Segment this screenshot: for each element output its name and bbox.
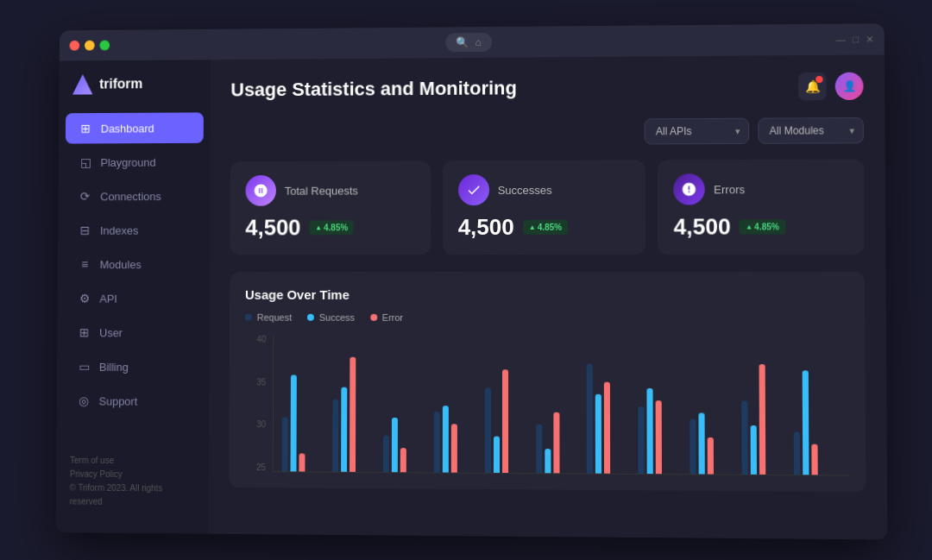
sidebar-item-support[interactable]: ◎ Support — [64, 385, 203, 416]
chart-title: Usage Over Time — [245, 286, 849, 301]
request-bar — [587, 363, 593, 473]
bar-group — [536, 412, 582, 473]
requests-icon — [245, 175, 276, 206]
sidebar-item-indexes[interactable]: ⊟ Indexes — [65, 214, 203, 245]
success-legend-dot — [307, 313, 314, 320]
indexes-icon: ⊟ — [79, 223, 92, 236]
stats-row: Total Requests 4,500 4.85% S — [230, 159, 865, 255]
content-header: Usage Statistics and Monitoring 🔔 👤 — [230, 72, 863, 104]
app-window: 🔍 ⌂ — □ ✕ triform ⊞ Dashboard ◱ Playgrou… — [56, 23, 888, 539]
minimize-icon[interactable]: — — [836, 34, 846, 44]
success-icon — [458, 174, 489, 205]
request-bar — [639, 406, 645, 474]
sidebar-item-user[interactable]: ⊞ User — [64, 317, 203, 348]
notification-dot — [816, 76, 822, 83]
avatar[interactable]: 👤 — [835, 72, 864, 99]
success-bar — [545, 449, 551, 473]
user-icon: ⊞ — [78, 325, 91, 339]
bar-group — [587, 363, 633, 473]
main-content: Usage Statistics and Monitoring 🔔 👤 All … — [208, 54, 887, 539]
close-button[interactable] — [70, 40, 80, 50]
bar-group — [282, 374, 328, 471]
app-container: triform ⊞ Dashboard ◱ Playground ⟳ Conne… — [56, 54, 888, 539]
titlebar-right: — □ ✕ — [836, 33, 874, 44]
success-bar — [647, 387, 653, 473]
api-filter[interactable]: All APIs API v1 API v2 — [645, 117, 750, 144]
bar-group — [639, 387, 685, 473]
modules-filter[interactable]: All Modules Module A Module B — [758, 117, 864, 144]
success-bar — [699, 412, 705, 474]
restore-icon[interactable]: □ — [853, 34, 859, 44]
success-bar — [595, 393, 601, 473]
requests-value-row: 4,500 4.85% — [245, 214, 415, 241]
close-icon[interactable]: ✕ — [866, 33, 873, 44]
playground-icon: ◱ — [79, 155, 92, 169]
support-icon: ◎ — [77, 393, 91, 407]
legend-request: Request — [245, 311, 292, 322]
home-icon: ⌂ — [475, 36, 482, 48]
address-bar[interactable]: 🔍 ⌂ — [445, 32, 492, 51]
requests-label: Total Requests — [285, 184, 358, 197]
stat-card-header: Total Requests — [245, 174, 415, 205]
error-bar — [759, 364, 766, 475]
copyright-text: © Triform 2023. All rights reserved — [70, 481, 195, 509]
api-icon: ⚙ — [78, 291, 91, 305]
request-bar — [741, 400, 747, 474]
chart-section: Usage Over Time Request Success Error — [229, 271, 866, 491]
stat-card-total-requests: Total Requests 4,500 4.85% — [230, 160, 431, 255]
sidebar-footer: Term of use Privacy Policy © Triform 202… — [56, 443, 209, 519]
modules-icon: ≡ — [78, 257, 91, 271]
request-bar — [434, 412, 440, 472]
sidebar-item-connections[interactable]: ⟳ Connections — [65, 180, 203, 211]
sidebar-item-label: Support — [99, 394, 138, 407]
y-axis: 40 35 30 25 — [244, 334, 266, 472]
y-label-30: 30 — [244, 419, 266, 429]
bar-group — [793, 370, 841, 475]
sidebar-item-dashboard[interactable]: ⊞ Dashboard — [66, 112, 204, 143]
success-bar — [494, 436, 500, 472]
billing-icon: ▭ — [77, 359, 91, 373]
y-label-35: 35 — [245, 376, 267, 386]
error-bar — [299, 453, 305, 471]
sidebar-item-label: API — [99, 292, 117, 305]
requests-badge: 4.85% — [309, 220, 354, 235]
sidebar-item-label: Indexes — [100, 223, 139, 236]
successes-badge: 4.85% — [523, 219, 568, 234]
sidebar-item-api[interactable]: ⚙ API — [64, 282, 203, 313]
sidebar-item-billing[interactable]: ▭ Billing — [64, 350, 203, 381]
chart-container: 40 35 30 25 — [244, 334, 850, 475]
chart-bars — [273, 334, 850, 475]
term-of-use-link[interactable]: Term of use — [70, 453, 195, 468]
sidebar-item-label: Dashboard — [101, 121, 154, 134]
y-label-40: 40 — [245, 334, 267, 343]
avatar-initials: 👤 — [842, 79, 855, 91]
successes-label: Successes — [498, 183, 552, 196]
request-bar — [536, 424, 542, 472]
sidebar-item-modules[interactable]: ≡ Modules — [65, 249, 203, 280]
request-legend-label: Request — [257, 311, 293, 322]
legend-error: Error — [370, 311, 403, 322]
sidebar-item-playground[interactable]: ◱ Playground — [66, 146, 204, 177]
bar-group — [485, 369, 531, 473]
error-legend-label: Error — [382, 311, 403, 322]
request-bar — [485, 387, 491, 473]
modules-filter-wrapper: All Modules Module A Module B — [758, 117, 864, 144]
maximize-button[interactable] — [99, 40, 110, 50]
bar-group — [434, 406, 480, 473]
notification-button[interactable]: 🔔 — [798, 72, 827, 99]
errors-label: Errors — [714, 182, 745, 195]
error-bar — [811, 444, 817, 475]
request-bar — [690, 418, 696, 474]
success-legend-label: Success — [319, 311, 355, 322]
success-bar — [803, 370, 809, 475]
error-bar — [656, 400, 662, 474]
sidebar-item-label: Billing — [99, 360, 129, 373]
privacy-policy-link[interactable]: Privacy Policy — [70, 467, 195, 481]
header-right: 🔔 👤 — [798, 72, 864, 100]
logo: triform — [59, 72, 211, 110]
minimize-button[interactable] — [85, 40, 95, 50]
successes-value: 4,500 — [458, 213, 514, 240]
error-bar — [708, 437, 714, 474]
sidebar: triform ⊞ Dashboard ◱ Playground ⟳ Conne… — [56, 60, 211, 533]
legend-success: Success — [307, 311, 355, 322]
